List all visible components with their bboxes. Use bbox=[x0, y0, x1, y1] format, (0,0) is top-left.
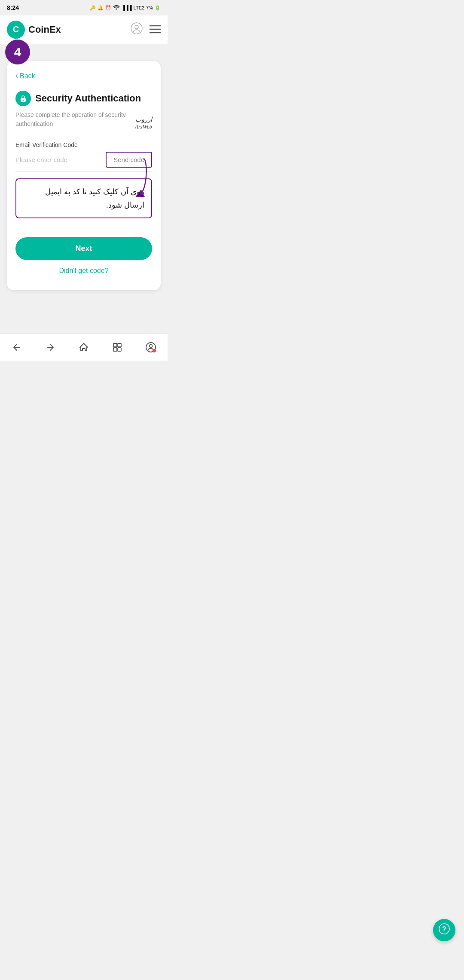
svg-point-4 bbox=[135, 25, 138, 29]
battery-icon: 🔋 bbox=[155, 5, 161, 11]
key-icon: 🔑 bbox=[90, 5, 96, 11]
bell-icon: 🔔 bbox=[98, 5, 104, 11]
main-content: 4 ‹ Back Security Authentication Please … bbox=[0, 44, 168, 333]
lock-icon bbox=[15, 91, 31, 106]
back-label: Back bbox=[20, 72, 35, 80]
send-code-button[interactable]: Send code bbox=[106, 152, 152, 168]
status-time: 8:24 bbox=[7, 4, 19, 11]
svg-text:C: C bbox=[13, 24, 19, 34]
svg-point-9 bbox=[23, 100, 24, 101]
profile-icon[interactable] bbox=[131, 22, 143, 37]
svg-rect-16 bbox=[118, 348, 121, 351]
svg-point-18 bbox=[150, 344, 153, 347]
svg-rect-13 bbox=[113, 343, 117, 347]
signal-icon: ▐▐▐ bbox=[122, 5, 131, 10]
wifi-icon bbox=[113, 5, 120, 11]
menu-icon[interactable] bbox=[150, 23, 161, 37]
section-description: Please complete the operation of securit… bbox=[15, 110, 152, 129]
status-bar: 8:24 🔑 🔔 ⏰ ▐▐▐ LTE2 7% 🔋 bbox=[0, 0, 168, 15]
bottom-navigation bbox=[0, 333, 168, 361]
section-title: Security Authentication bbox=[15, 91, 152, 106]
forward-nav-icon[interactable] bbox=[45, 342, 55, 352]
svg-rect-14 bbox=[118, 343, 121, 347]
svg-point-0 bbox=[116, 9, 117, 10]
didnt-get-code-link[interactable]: Didn't get code? bbox=[15, 267, 152, 275]
logo: C CoinEx bbox=[7, 21, 61, 39]
code-input[interactable] bbox=[15, 154, 106, 165]
alarm-icon: ⏰ bbox=[105, 5, 111, 11]
status-icons: 🔑 🔔 ⏰ ▐▐▐ LTE2 7% 🔋 bbox=[90, 5, 161, 11]
profile-nav-icon[interactable] bbox=[146, 342, 156, 352]
svg-point-3 bbox=[131, 23, 142, 34]
code-input-row: Send code bbox=[15, 152, 152, 172]
header-actions bbox=[131, 22, 161, 37]
back-chevron-icon: ‹ bbox=[15, 71, 18, 80]
back-button[interactable]: ‹ Back bbox=[15, 71, 152, 80]
logo-text: CoinEx bbox=[28, 24, 61, 35]
section-title-text: Security Authentication bbox=[35, 93, 141, 104]
lte-icon: LTE2 bbox=[134, 5, 144, 10]
app-header: C CoinEx bbox=[0, 15, 168, 44]
email-code-label: Email Verification Code bbox=[15, 141, 152, 148]
security-auth-card: ‹ Back Security Authentication Please co… bbox=[7, 61, 161, 290]
step-badge: 4 bbox=[5, 40, 30, 64]
bottom-spacer bbox=[7, 290, 161, 325]
home-nav-icon[interactable] bbox=[79, 342, 89, 352]
persian-annotation-box: روی آن کلیک کنید تا کد به ایمیل ارسال شو… bbox=[15, 178, 152, 218]
back-nav-icon[interactable] bbox=[12, 342, 22, 352]
persian-annotation-text: روی آن کلیک کنید تا کد به ایمیل ارسال شو… bbox=[45, 187, 144, 209]
email-verification-section: Email Verification Code Send code روی آن… bbox=[15, 141, 152, 218]
svg-rect-15 bbox=[113, 348, 117, 351]
battery-text: 7% bbox=[146, 5, 153, 10]
tabs-nav-icon[interactable] bbox=[112, 342, 122, 352]
arzweb-watermark: ارزوب ArzWeb bbox=[135, 116, 152, 130]
coinex-logo-icon: C bbox=[7, 21, 25, 39]
next-button[interactable]: Next bbox=[15, 237, 152, 260]
